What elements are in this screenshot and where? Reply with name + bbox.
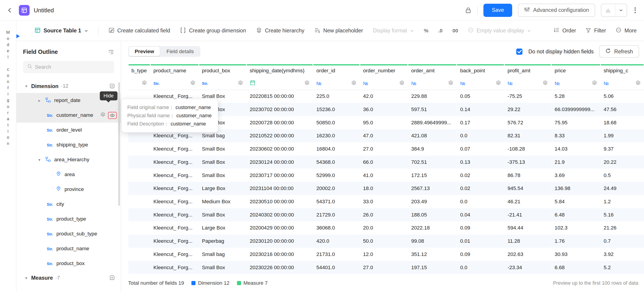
field-item-customer_name[interactable]: Str.customer_name [16, 108, 121, 123]
add-measure-icon[interactable] [109, 275, 115, 280]
save-button[interactable]: Save [484, 4, 512, 17]
field-item-city[interactable]: Str.city [16, 197, 121, 211]
column-settings-gear-icon[interactable] [592, 80, 597, 87]
panel-expand-toggle-icon[interactable] [16, 34, 20, 38]
source-table-selector[interactable]: Source Table 1 [34, 27, 88, 34]
measure-section-header[interactable]: ▾ Measure ·7 [16, 271, 121, 285]
table-cell: 41.0 [360, 169, 408, 182]
table-cell: Small Box [198, 261, 246, 274]
chevron-down-icon[interactable] [615, 4, 627, 16]
column-settings-gear-icon[interactable] [304, 80, 310, 87]
column-header-shipping_c[interactable]: shipping_c [600, 64, 644, 77]
column-header-b_type[interactable]: b_type [128, 64, 150, 77]
advanced-configuration-button[interactable]: Advanced configuration [518, 4, 595, 17]
panel-scrollbar[interactable] [118, 82, 120, 206]
table-cell: 0.09 [457, 248, 504, 261]
column-header-product_box[interactable]: product_box [198, 64, 246, 77]
table-cell: Small Box [198, 208, 246, 222]
more-button[interactable]: More [616, 27, 636, 34]
date-type-icon [250, 80, 255, 87]
table-cell: -108.28 [504, 142, 551, 156]
chevron-down-icon[interactable]: ▾ [24, 275, 29, 280]
search-input[interactable] [35, 64, 110, 70]
table-cell: 172.15 [408, 169, 457, 182]
table-cell: 0.04 [457, 208, 504, 222]
field-item-product_type[interactable]: Str.product_type [16, 211, 121, 226]
field-item-province[interactable]: province [16, 182, 121, 197]
add-dimension-icon[interactable] [109, 83, 115, 89]
string-type-icon: Str. [47, 113, 53, 117]
column-header-product_name[interactable]: product_name [150, 64, 198, 77]
column-header-order_amt[interactable]: order_amt [408, 64, 457, 77]
column-header-order_id[interactable]: order_id [313, 64, 360, 77]
table-cell: 1.2 [600, 195, 644, 208]
more-menu-icon[interactable] [633, 6, 638, 15]
chevron-down-icon [84, 29, 88, 33]
location-pin-icon [56, 171, 61, 178]
field-item-product_box[interactable]: Str.product_box [16, 256, 121, 271]
create-group-dimension-button[interactable]: Create group dimension [180, 27, 246, 34]
column-settings-gear-icon[interactable] [238, 80, 243, 87]
refresh-button[interactable]: Refresh [599, 45, 639, 58]
percent-format-button[interactable]: % [424, 28, 428, 34]
column-settings-gear-icon[interactable] [543, 80, 548, 87]
column-settings-gear-icon[interactable] [635, 80, 640, 87]
bar-chart-icon[interactable] [601, 4, 615, 16]
empty-value-display-dropdown[interactable]: Empty value display [468, 27, 531, 34]
tab-preview[interactable]: Preview [129, 47, 160, 56]
table-cell: 576.72 [504, 116, 551, 129]
column-settings-gear-icon[interactable] [190, 80, 195, 87]
increase-decimal-button[interactable]: 00 [452, 28, 458, 34]
decrease-decimal-button[interactable]: .0 [438, 28, 443, 34]
table-cell: Kleencut_ Forg... [150, 156, 198, 169]
table-cell: Kleencut_ Forg... [150, 248, 198, 261]
lock-icon[interactable] [465, 7, 472, 14]
field-search[interactable] [23, 61, 114, 73]
table-cell: 225.0 [313, 90, 360, 103]
chevron-down-icon [527, 29, 531, 33]
column-header-profit_amt[interactable]: profit_amt [504, 64, 551, 77]
filter-button[interactable]: Filter [586, 27, 606, 34]
divider [98, 27, 98, 35]
field-item-area_Hierarchy[interactable]: ▾area_Hierarchy [16, 152, 121, 167]
column-header-price[interactable]: price [551, 64, 600, 77]
back-icon[interactable] [6, 7, 13, 14]
column-header-shipping_date(ymdhms)[interactable]: shipping_date(ymdhms) [246, 64, 313, 77]
order-button[interactable]: Order [554, 27, 576, 34]
create-calculated-field-button[interactable]: Create calculated field [108, 27, 170, 34]
column-settings-gear-icon[interactable] [496, 80, 501, 87]
data-preview-table: b_typeproduct_nameproduct_boxshipping_da… [128, 64, 644, 274]
panel-title: Field Outline [23, 49, 58, 55]
table-cell: 36.0 [360, 103, 408, 116]
chevron-down-icon[interactable]: ▾ [37, 158, 42, 162]
field-item-product_name[interactable]: Str.product_name [16, 241, 121, 256]
field-item-product_sub_type[interactable]: Str.product_sub_type [16, 226, 121, 241]
column-settings-gear-icon[interactable] [142, 80, 147, 87]
column-settings-gear-icon[interactable] [448, 80, 454, 87]
table-cell: 9.37 [600, 142, 644, 156]
table-cell [128, 169, 150, 182]
create-hierarchy-button[interactable]: Create hierarchy [256, 27, 304, 34]
field-item-order_level[interactable]: Str.order_level [16, 122, 121, 137]
new-placeholder-button[interactable]: New placeholder [314, 27, 363, 34]
column-settings-gear-icon[interactable] [351, 80, 356, 87]
hide-field-eye-icon[interactable] [108, 112, 116, 119]
table-cell: Medium Box [198, 195, 246, 208]
total-fields-value: 19 [178, 280, 184, 286]
dimension-section-header[interactable]: ▾ Dimension ·12 [16, 79, 121, 93]
outline-view-icon[interactable] [108, 49, 114, 55]
more-circle-icon [616, 27, 622, 34]
field-item-shipping_type[interactable]: Str.shipping_type [16, 137, 121, 152]
string-type-icon: Str. [47, 142, 53, 147]
column-settings-gear-icon[interactable] [399, 80, 404, 87]
table-cell: 102.3 [551, 221, 600, 234]
field-item-area[interactable]: area [16, 167, 121, 182]
tab-field-details[interactable]: Field details [161, 47, 200, 56]
field-settings-gear-icon[interactable] [100, 112, 106, 119]
column-header-back_point[interactable]: back_point [457, 64, 504, 77]
chevron-down-icon[interactable]: ▾ [24, 84, 29, 88]
hidden-fields-checkbox[interactable] [516, 48, 522, 55]
display-format-dropdown[interactable]: Display format [373, 28, 414, 34]
column-header-order_number[interactable]: order_number [360, 64, 408, 77]
chevron-right-icon[interactable]: ▸ [37, 98, 42, 103]
